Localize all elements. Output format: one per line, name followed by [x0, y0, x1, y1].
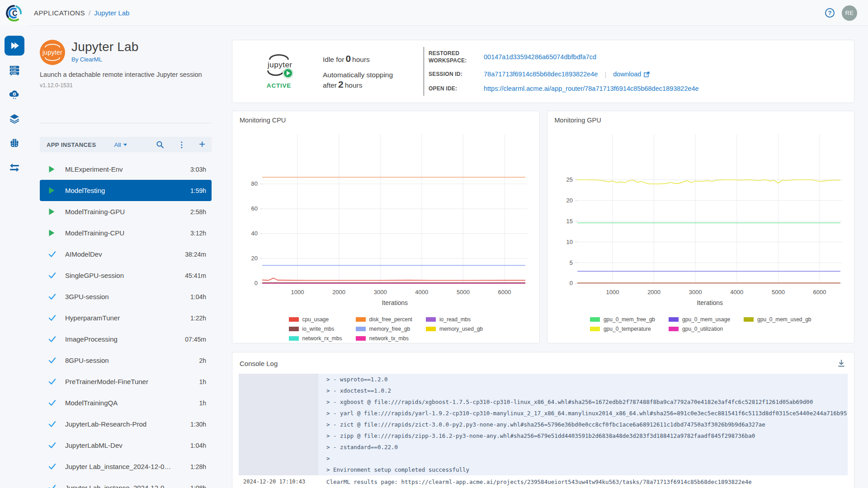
app-title: Jupyter Lab — [71, 40, 139, 54]
avatar[interactable]: RE — [842, 5, 857, 21]
legend-item-gpu_0_mem_used_gb[interactable]: gpu_0_mem_used_gb — [744, 316, 811, 323]
console-log-row: > - wsproto==1.2.0 — [239, 374, 848, 385]
legend-item-memory_free_gb[interactable]: memory_free_gb — [356, 326, 412, 332]
ai-brain-icon[interactable] — [5, 137, 24, 150]
gpu-chart[interactable]: 0510152025100020003000400050006000Iterat… — [555, 127, 847, 308]
breadcrumb-applications[interactable]: APPLICATIONS — [34, 9, 85, 17]
help-icon[interactable]: ? — [825, 8, 835, 18]
completed-check-icon — [48, 251, 56, 258]
legend-swatch — [356, 317, 366, 322]
console-log[interactable]: > - wsproto==1.2.0> - xdoctest==1.0.2> -… — [239, 374, 848, 488]
svg-text:40: 40 — [251, 230, 258, 237]
legend-label: network_rx_mbs — [302, 335, 342, 342]
search-icon[interactable] — [156, 141, 164, 149]
instance-row[interactable]: AIModelDev38:24m — [40, 244, 212, 265]
instance-row[interactable]: MLExperiment-Env3:03h — [40, 159, 212, 180]
legend-item-network_rx_mbs[interactable]: network_rx_mbs — [289, 335, 342, 342]
legend-label: gpu_0_mem_usage — [682, 316, 730, 323]
instance-row[interactable]: 3GPU-session1:04h — [40, 286, 212, 307]
console-log-row: > - xdoctest==1.0.2 — [239, 385, 848, 396]
legend-swatch — [590, 327, 600, 331]
breadcrumb-jupyter-lab[interactable]: Jupyter Lab — [94, 9, 129, 17]
legend-item-gpu_0_utilization[interactable]: gpu_0_utilization — [669, 326, 730, 332]
instance-row[interactable]: JupyterLabML-Dev1:04h — [40, 435, 212, 456]
console-log-row: > — [239, 453, 848, 464]
download-link[interactable]: download — [613, 70, 650, 78]
instance-row[interactable]: ModelTraining-CPU3:12h — [40, 222, 212, 244]
app-description: Launch a detachable remote interactive J… — [40, 71, 212, 78]
instance-duration: 1:59h — [190, 187, 206, 194]
cpu-chart[interactable]: 020406080100020003000400050006000Iterati… — [240, 127, 532, 308]
download-log-icon[interactable] — [837, 359, 846, 368]
legend-item-gpu_0_mem_free_gb[interactable]: gpu_0_mem_free_gb — [590, 316, 655, 323]
clearml-logo-icon[interactable]: C — [5, 4, 24, 23]
legend-item-gpu_0_mem_usage[interactable]: gpu_0_mem_usage — [669, 316, 730, 323]
instance-row[interactable]: ModelTraining-GPU2:58h — [40, 201, 212, 222]
instance-row[interactable]: ModelTesting1:59h — [40, 180, 212, 201]
legend-label: disk_free_percent — [369, 316, 412, 323]
svg-text:4000: 4000 — [415, 289, 428, 296]
legend-item-gpu_0_temperature[interactable]: gpu_0_temperature — [590, 326, 655, 332]
instance-name: MLExperiment-Env — [65, 165, 190, 173]
queues-icon[interactable] — [5, 64, 24, 76]
kebab-menu-icon[interactable]: ⋮ — [178, 141, 185, 149]
cloud-autoscaler-icon[interactable] — [5, 88, 24, 101]
data-transfer-icon[interactable] — [5, 161, 24, 174]
app-instances-header: APP INSTANCES All ⋮ + — [40, 137, 212, 152]
add-instance-button[interactable]: + — [199, 139, 205, 150]
completed-check-icon — [48, 421, 56, 427]
instance-row[interactable]: Jupyter Lab_instance_2024-12-0…1:28h — [40, 456, 212, 477]
legend-label: io_write_mbs — [302, 326, 335, 332]
log-timestamp — [239, 408, 318, 419]
legend-swatch — [590, 317, 600, 322]
log-text: > Environment setup completed successful… — [318, 464, 848, 475]
instance-duration: 07:45m — [185, 336, 206, 343]
chevron-down-icon — [123, 144, 127, 146]
instance-row[interactable]: PreTrainerModel-FineTuner1h — [40, 371, 212, 392]
instance-row[interactable]: 8GPU-session2h — [40, 350, 212, 371]
restored-workspace-value[interactable]: 00147a1d33594286a65074dbfbdfa7cd — [484, 53, 854, 61]
app-by-clearml-link[interactable]: By ClearML — [71, 56, 139, 63]
instance-name: Jupyter Lab_instance_2024-12-0… — [65, 484, 190, 488]
cpu-chart-title: Monitoring CPU — [240, 117, 532, 124]
legend-item-network_tx_mbs[interactable]: network_tx_mbs — [356, 335, 412, 342]
instance-row[interactable]: JupyterLab-Research-Prod1:30h — [40, 413, 212, 435]
legend-label: memory_free_gb — [369, 326, 410, 332]
instance-row[interactable]: HyperparamTuner1:22h — [40, 307, 212, 328]
instance-duration: 1h — [199, 399, 206, 407]
legend-item-disk_free_percent[interactable]: disk_free_percent — [356, 316, 412, 323]
legend-item-io_write_mbs[interactable]: io_write_mbs — [289, 326, 342, 332]
gpu-chart-title: Monitoring GPU — [555, 117, 847, 124]
instances-filter-dropdown[interactable]: All — [114, 141, 127, 148]
session-id-value[interactable]: 78a71713f6914c85b68dec1893822e4e — [484, 70, 598, 78]
svg-text:3000: 3000 — [374, 289, 387, 296]
instance-row[interactable]: SingleGPU-session45:41m — [40, 265, 212, 286]
svg-text:60: 60 — [251, 206, 258, 212]
svg-text:4000: 4000 — [730, 289, 743, 296]
layers-icon[interactable] — [5, 113, 24, 125]
instance-duration: 1:22h — [190, 314, 206, 322]
console-log-row: 2024-12-20 17:10:43ClearML results page:… — [239, 475, 848, 488]
instance-name: PreTrainerModel-FineTuner — [65, 378, 199, 385]
legend-swatch — [744, 317, 754, 322]
completed-check-icon — [48, 293, 56, 300]
svg-text:3000: 3000 — [689, 289, 702, 296]
svg-text:20: 20 — [251, 255, 258, 262]
legend-item-io_read_mbs[interactable]: io_read_mbs — [426, 316, 483, 323]
legend-label: memory_used_gb — [439, 326, 483, 332]
instance-row[interactable]: ModelTrainingQA1h — [40, 392, 212, 413]
legend-item-memory_used_gb[interactable]: memory_used_gb — [426, 326, 483, 332]
log-timestamp — [239, 396, 318, 408]
instance-row[interactable]: ImageProcessing07:45m — [40, 328, 212, 350]
open-ide-link[interactable]: https://clearml.acme.ai/app_router/78a71… — [484, 85, 854, 92]
top-bar: C APPLICATIONS / Jupyter Lab ? RE — [0, 0, 868, 26]
svg-text:2000: 2000 — [332, 289, 345, 296]
legend-label: gpu_0_mem_free_gb — [604, 316, 655, 323]
running-play-icon — [48, 165, 56, 173]
legend-item-cpu_usage[interactable]: cpu_usage — [289, 316, 342, 323]
launch-apps-icon[interactable] — [5, 36, 24, 56]
legend-swatch — [426, 327, 436, 331]
log-text: > - yarl @ file:///rapids/yarl-1.9.2-cp3… — [318, 408, 848, 419]
instance-duration: 45:41m — [185, 272, 206, 279]
instance-row[interactable]: Jupyter Lab_instance_2024-12-0…1:08h — [40, 477, 212, 488]
